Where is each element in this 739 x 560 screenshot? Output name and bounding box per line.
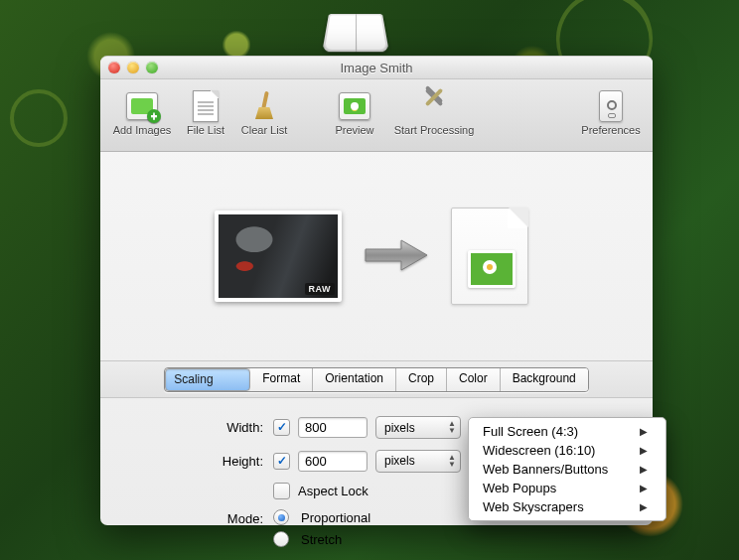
submenu-arrow-icon: ▶ — [640, 426, 648, 437]
height-field[interactable] — [298, 451, 368, 472]
start-processing-icon — [419, 91, 449, 121]
app-window: Image Smith Add Images File List Clear L… — [100, 56, 653, 525]
file-list-button[interactable]: File List — [178, 90, 233, 136]
submenu-arrow-icon: ▶ — [640, 445, 648, 456]
window-controls — [108, 62, 158, 73]
preferences-icon — [599, 90, 623, 122]
submenu-arrow-icon: ▶ — [640, 483, 648, 493]
tab-background[interactable]: Background — [501, 368, 588, 391]
toolbar: Add Images File List Clear List Preview … — [100, 79, 653, 152]
arrow-icon — [364, 237, 429, 276]
width-field[interactable] — [298, 417, 368, 438]
presets-menu-item[interactable]: Web Popups ▶ — [469, 479, 665, 497]
menu-item-label: Full Screen (4:3) — [483, 424, 578, 439]
width-enable-checkbox[interactable] — [273, 419, 290, 436]
zoom-button[interactable] — [146, 62, 158, 73]
tab-segmented-control: Scaling Format Orientation Crop Color Ba… — [164, 367, 588, 392]
raw-badge: RAW — [305, 283, 336, 295]
output-file-icon[interactable] — [451, 208, 528, 305]
desktop-swirl-decor — [10, 89, 68, 147]
window-title: Image Smith — [100, 61, 653, 75]
width-unit-value: pixels — [384, 421, 415, 435]
presets-menu-item[interactable]: Full Screen (4:3) ▶ — [469, 422, 665, 441]
tab-bar: Scaling Format Orientation Crop Color Ba… — [100, 360, 653, 398]
width-label: Width: — [124, 420, 273, 435]
tab-orientation[interactable]: Orientation — [313, 368, 396, 391]
clear-list-button[interactable]: Clear List — [233, 90, 295, 136]
add-images-label: Add Images — [113, 124, 172, 136]
mode-label: Mode: — [124, 509, 273, 526]
mode-stretch-label: Stretch — [301, 532, 342, 547]
output-image-icon — [468, 250, 516, 288]
height-label: Height: — [124, 454, 273, 469]
menu-item-label: Web Banners/Buttons — [483, 462, 608, 477]
height-unit-value: pixels — [384, 454, 415, 468]
mode-proportional-label: Proportional — [301, 510, 370, 525]
preview-label: Preview — [335, 124, 373, 136]
stepper-icon: ▲▼ — [448, 454, 456, 468]
height-unit-select[interactable]: pixels ▲▼ — [375, 450, 461, 473]
tab-format[interactable]: Format — [250, 368, 313, 391]
presets-menu-item[interactable]: Web Skyscrapers ▶ — [469, 497, 665, 516]
start-processing-label: Start Processing — [394, 124, 475, 136]
preferences-button[interactable]: Preferences — [575, 90, 647, 136]
desktop-book-decor — [322, 14, 388, 52]
file-list-icon — [193, 90, 219, 122]
preview-area: RAW — [100, 152, 653, 360]
tab-scaling[interactable]: Scaling — [165, 368, 250, 391]
stepper-icon: ▲▼ — [448, 420, 456, 434]
add-images-button[interactable]: Add Images — [106, 90, 178, 136]
preview-button[interactable]: Preview — [325, 90, 384, 136]
submenu-arrow-icon: ▶ — [640, 464, 648, 475]
presets-menu-item[interactable]: Web Banners/Buttons ▶ — [469, 460, 665, 479]
clear-list-icon — [249, 91, 279, 121]
menu-item-label: Web Popups — [483, 481, 556, 495]
height-enable-checkbox[interactable] — [273, 453, 290, 470]
width-unit-select[interactable]: pixels ▲▼ — [375, 416, 461, 439]
aspect-lock-label: Aspect Lock — [298, 484, 369, 498]
minimize-button[interactable] — [127, 62, 139, 73]
titlebar[interactable]: Image Smith — [100, 57, 653, 79]
source-image-thumbnail[interactable]: RAW — [215, 210, 342, 302]
menu-item-label: Web Skyscrapers — [483, 499, 584, 514]
submenu-arrow-icon: ▶ — [640, 501, 648, 512]
start-processing-button[interactable]: Start Processing — [384, 90, 484, 136]
preferences-label: Preferences — [581, 124, 640, 136]
add-images-icon — [126, 92, 158, 120]
menu-item-label: Widescreen (16:10) — [483, 443, 595, 458]
mode-stretch-radio[interactable] — [273, 531, 289, 547]
file-list-label: File List — [187, 124, 224, 136]
tab-crop[interactable]: Crop — [396, 368, 447, 391]
tab-color[interactable]: Color — [447, 368, 501, 391]
presets-menu-item[interactable]: Widescreen (16:10) ▶ — [469, 441, 665, 460]
presets-menu: Full Screen (4:3) ▶ Widescreen (16:10) ▶… — [468, 417, 666, 521]
clear-list-label: Clear List — [241, 124, 287, 136]
preview-icon — [339, 92, 370, 120]
mode-proportional-radio[interactable] — [273, 509, 289, 525]
close-button[interactable] — [108, 62, 120, 73]
aspect-lock-checkbox[interactable] — [273, 483, 290, 499]
